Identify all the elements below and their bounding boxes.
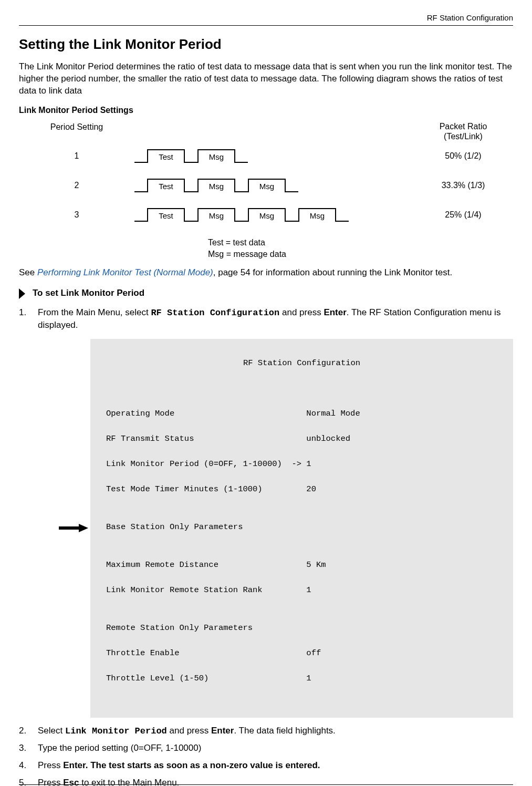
procedure-title: To set Link Monitor Period	[33, 287, 144, 299]
see-reference: See Performing Link Monitor Test (Normal…	[19, 267, 513, 279]
running-header: RF Station Configuration	[19, 13, 513, 23]
terminal-line: Throttle Enable off	[106, 647, 497, 659]
terminal-line: Base Station Only Parameters	[106, 521, 497, 533]
top-rule	[19, 25, 513, 26]
period-value: 2	[19, 180, 134, 191]
terminal-line: Link Monitor Period (0=OFF, 1-10000) -> …	[106, 458, 497, 470]
diagram-row: 3 Test Msg Msg Msg 25% (1/4)	[19, 200, 513, 230]
terminal-line	[106, 382, 497, 395]
legend-line: Test = test data	[208, 237, 513, 249]
step-item: Type the period setting (0=OFF, 1-10000)	[19, 742, 513, 754]
terminal-line: RF Transmit Status unblocked	[106, 432, 497, 445]
step-item: Select Link Monitor Period and press Ent…	[19, 725, 513, 738]
terminal-line: Maximum Remote Distance 5 Km	[106, 559, 497, 571]
pulse-box: Test	[147, 149, 185, 163]
svg-marker-2	[79, 524, 88, 532]
diagram-legend: Test = test data Msg = message data	[208, 237, 513, 260]
ratio-value: 33.3% (1/3)	[419, 180, 513, 191]
link-monitor-diagram: Period Setting Packet Ratio (Test/Link) …	[19, 121, 513, 260]
svg-rect-1	[59, 526, 80, 530]
footer-rule	[19, 784, 513, 785]
step-text: From the Main Menu, select	[38, 307, 151, 317]
period-setting-header: Period Setting	[19, 121, 134, 141]
page-title: Setting the Link Monitor Period	[19, 35, 513, 54]
pulse-box: Msg	[248, 208, 286, 222]
terminal-line: Remote Station Only Parameters	[106, 622, 497, 634]
key-name: Enter	[63, 760, 86, 770]
svg-marker-0	[19, 288, 25, 299]
terminal-line: Link Monitor Remote Station Rank 1	[106, 584, 497, 596]
pulse-train: Test Msg Msg	[134, 179, 298, 193]
pulse-box: Test	[147, 208, 185, 222]
diagram-heading: Link Monitor Period Settings	[19, 105, 513, 116]
pulse-train: Test Msg Msg Msg	[134, 208, 349, 222]
pulse-box: Msg	[197, 179, 235, 192]
pulse-box: Msg	[197, 149, 235, 163]
pulse-box: Msg	[197, 208, 235, 222]
diagram-row: 1 Test Msg 50% (1/2)	[19, 141, 513, 171]
terminal-line: Test Mode Timer Minutes (1-1000) 20	[106, 483, 497, 495]
step-text: . The data field highlights.	[234, 726, 335, 736]
terminal-screen: RF Station Configuration Operating Mode …	[90, 339, 513, 717]
see-post: , page 54 for information about running …	[213, 267, 453, 277]
legend-line: Msg = message data	[208, 249, 513, 260]
step-text: and press	[167, 726, 211, 736]
code-text: Link Monitor Period	[65, 726, 167, 736]
code-text: RF Station Configuration	[151, 308, 279, 318]
period-value: 1	[19, 150, 134, 162]
procedure-arrow-icon	[19, 288, 27, 299]
ratio-value: 50% (1/2)	[419, 150, 513, 162]
key-name: Enter	[324, 307, 346, 317]
key-name: Enter	[211, 726, 234, 736]
step-text: Press	[38, 760, 63, 770]
packet-ratio-header: Packet Ratio (Test/Link)	[419, 121, 513, 141]
terminal-line: Throttle Level (1-50) 1	[106, 672, 497, 685]
step-text: and press	[279, 307, 324, 317]
step-item: Press Enter. The test starts as soon as …	[19, 760, 513, 772]
step-text: . The test starts as soon as a non-zero …	[86, 760, 320, 770]
cross-reference-link[interactable]: Performing Link Monitor Test (Normal Mod…	[37, 267, 213, 277]
intro-paragraph: The Link Monitor Period determines the r…	[19, 61, 513, 97]
see-pre: See	[19, 267, 37, 277]
terminal-title: RF Station Configuration	[106, 357, 497, 369]
step-item: From the Main Menu, select RF Station Co…	[19, 307, 513, 717]
pulse-box: Test	[147, 179, 185, 192]
pulse-train: Test Msg	[134, 149, 248, 163]
period-value: 3	[19, 209, 134, 221]
pointer-arrow-icon	[57, 524, 90, 532]
ratio-value: 25% (1/4)	[419, 209, 513, 221]
terminal-line: Operating Mode Normal Mode	[106, 407, 497, 420]
pulse-box: Msg	[248, 179, 286, 192]
diagram-row: 2 Test Msg Msg 33.3% (1/3)	[19, 171, 513, 200]
step-text: Select	[38, 726, 65, 736]
pulse-box: Msg	[298, 208, 336, 222]
step-text: Type the period setting (0=OFF, 1-10000)	[38, 743, 201, 753]
